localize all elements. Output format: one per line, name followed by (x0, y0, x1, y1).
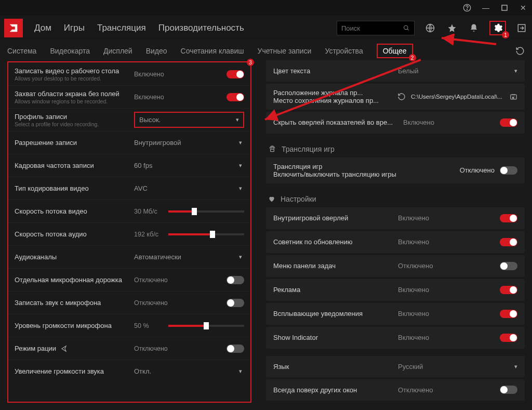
heart-icon (268, 195, 275, 203)
settings-row[interactable]: Show IndicatorВключено (266, 327, 525, 349)
dropdown[interactable]: Высок.▾ (134, 112, 244, 128)
settings-row-label: Внутриигровой оверлей (273, 214, 398, 222)
broadcast-icon (268, 145, 276, 153)
gear-icon (493, 23, 503, 33)
close-icon[interactable]: ✕ (518, 3, 528, 12)
toggle[interactable] (227, 345, 244, 353)
toggle[interactable] (500, 214, 517, 222)
settings-row-label: Советник по обновлению (273, 238, 398, 246)
subtab-hotkeys[interactable]: Сочетания клавиш (181, 47, 244, 55)
toggle[interactable] (500, 334, 517, 342)
subtab-system[interactable]: Система (7, 47, 36, 55)
stream-toggle[interactable] (500, 166, 517, 175)
text-color-label: Цвет текста (273, 67, 398, 75)
share-icon[interactable] (60, 345, 68, 352)
subtab-devices[interactable]: Устройства (325, 47, 363, 55)
setting-row: Захват области экрана без полейAllows wi… (8, 85, 250, 108)
svg-rect-7 (271, 149, 274, 152)
setting-row: Записать видео с рабочего столаAllows yo… (8, 62, 250, 85)
setting-label: Скорость потока аудио (15, 230, 134, 238)
settings-row-value: Включено (398, 334, 500, 341)
refresh-icon[interactable] (397, 92, 406, 101)
chevron-down-icon: ▾ (239, 162, 242, 169)
toggle[interactable] (227, 299, 244, 307)
toggle[interactable] (500, 286, 517, 294)
settings-row-value: Отключено (398, 262, 500, 270)
subtab-gpu[interactable]: Видеокарта (50, 47, 90, 55)
log-location-path: C:\Users\Sergey\AppData\Local\... (411, 94, 504, 100)
toggle[interactable] (227, 93, 244, 101)
toggle[interactable] (227, 70, 244, 78)
toggle[interactable] (227, 276, 244, 284)
bell-icon[interactable] (468, 22, 480, 34)
subtab-video[interactable]: Видео (146, 47, 167, 55)
ontop-label: Всегда поверх других окон (273, 386, 398, 394)
badge-2: 2 (409, 54, 416, 61)
setting-row: Уровень громкости микрофона50 % (8, 314, 250, 337)
open-folder-icon[interactable] (510, 93, 517, 101)
settings-row-label: Меню панели задач (273, 262, 398, 270)
recording-panel: 3 Записать видео с рабочего столаAllows … (7, 61, 251, 403)
setting-value: Включено (134, 71, 164, 78)
search-input[interactable] (341, 24, 403, 32)
nav-stream[interactable]: Трансляция (97, 23, 146, 33)
settings-row-value: Включено (398, 310, 500, 318)
dropdown[interactable]: Внутриигровой▾ (134, 139, 244, 147)
nav-perf[interactable]: Производительность (158, 23, 244, 33)
setting-value: Отключено (134, 345, 168, 352)
nav-home[interactable]: Дом (34, 23, 51, 33)
settings-row[interactable]: Меню панели задачОтключено (266, 255, 525, 277)
settings-row[interactable]: Советник по обновлениюВключено (266, 231, 525, 253)
maximize-icon[interactable] (500, 3, 509, 12)
setting-value: 50 % (134, 322, 163, 329)
help-icon[interactable] (462, 3, 472, 12)
dropdown[interactable]: AVC▾ (134, 184, 244, 192)
log-location-row[interactable]: Расположение журнала пр... Место сохране… (266, 84, 525, 110)
slider[interactable] (168, 233, 244, 235)
settings-row[interactable]: Внутриигровой оверлейВключено (266, 207, 525, 229)
stream-label: Трансляция игр (273, 163, 455, 170)
section-settings: Настройки (268, 195, 525, 203)
stream-sub: Включить/выключить трансляцию игры (273, 170, 396, 178)
text-color-row[interactable]: Цвет текста Белый ▾ (266, 60, 525, 82)
toggle[interactable] (500, 238, 517, 246)
search-box[interactable] (337, 21, 415, 35)
settings-row[interactable]: РекламаВключено (266, 279, 525, 301)
settings-row[interactable]: Всплывающие уведомленияВключено (266, 303, 525, 325)
setting-row: Записать звук с микрофонаОтключено (8, 291, 250, 314)
ontop-toggle[interactable] (500, 386, 517, 394)
dropdown[interactable]: 60 fps▾ (134, 162, 244, 169)
hide-overlay-row[interactable]: Скрыть оверлей показателей во вре... Вкл… (266, 112, 525, 133)
hide-overlay-toggle[interactable] (500, 118, 517, 127)
ontop-row[interactable]: Всегда поверх других окон Отключено (266, 379, 525, 401)
slider[interactable] (168, 325, 244, 327)
exit-icon[interactable] (515, 22, 528, 34)
slider[interactable] (168, 210, 244, 213)
dropdown[interactable]: Откл.▾ (134, 367, 244, 375)
toggle[interactable] (500, 262, 517, 270)
setting-label: Увеличение громкости звука (15, 367, 134, 375)
setting-row: Тип кодирования видеоAVC▾ (8, 177, 250, 200)
setting-label: Тип кодирования видео (15, 184, 134, 192)
setting-label: Уровень громкости микрофона (15, 322, 134, 329)
nav-games[interactable]: Игры (64, 23, 85, 33)
dropdown[interactable]: Автоматически▾ (134, 253, 244, 261)
minimize-icon[interactable]: — (481, 3, 490, 12)
subtab-display[interactable]: Дисплей (103, 47, 132, 55)
stream-toggle-row[interactable]: Трансляция игр Включить/выключить трансл… (266, 157, 525, 183)
setting-label: Записать видео с рабочего столаAllows yo… (15, 67, 134, 82)
globe-icon[interactable] (424, 22, 436, 34)
settings-button-highlight[interactable]: 1 (489, 21, 506, 35)
svg-point-3 (404, 25, 408, 29)
subtab-general[interactable]: Общее 2 (377, 44, 413, 58)
language-row[interactable]: Язык Русский ▾ (266, 356, 525, 377)
setting-label: Отдельная микрофонная дорожка (15, 276, 134, 284)
setting-label: Кадровая частота записи (15, 162, 134, 169)
setting-row: Разрешение записиВнутриигровой▾ (8, 131, 250, 154)
settings-row-value: Включено (398, 238, 500, 246)
subtab-accounts[interactable]: Учетные записи (258, 47, 312, 55)
navbar: Дом Игры Трансляция Производительность 1 (0, 16, 532, 41)
toggle[interactable] (500, 310, 517, 318)
reset-icon[interactable] (515, 46, 525, 56)
star-icon[interactable] (446, 22, 458, 34)
